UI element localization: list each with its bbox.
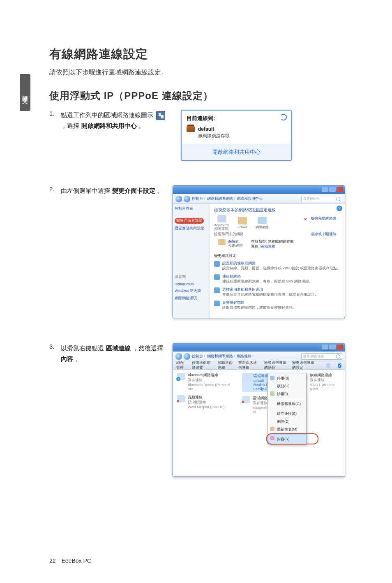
- side-link-change-adapter[interactable]: 變更介面卡設定: [175, 218, 204, 224]
- help-icon[interactable]: ?: [337, 206, 342, 211]
- step2-text-c: 。: [157, 187, 163, 194]
- search-input[interactable]: 搜尋控制台: [301, 196, 342, 202]
- main-heading: 檢視您基本的網路資訊並設定連線: [214, 207, 341, 213]
- search-icon: [336, 354, 340, 359]
- network-tray-icon: [156, 111, 165, 120]
- step-number: 3.: [49, 343, 59, 350]
- step1-text-c: 。: [138, 122, 145, 129]
- crumb-1[interactable]: 控制台: [192, 197, 203, 201]
- window-titlebar: [173, 186, 345, 194]
- disable-device-btn[interactable]: 停用這個網路裝置: [192, 361, 212, 370]
- breadcrumb[interactable]: 控制台› 網路和網際網路› 網路和共用中心: [192, 196, 263, 201]
- ctx-delete[interactable]: 刪除(D): [268, 418, 306, 426]
- diagnose-btn[interactable]: 診斷這個連線: [218, 361, 233, 370]
- adapter-icon: [243, 374, 251, 381]
- ctx-status[interactable]: 狀態(U): [268, 382, 306, 390]
- network-icon: [187, 126, 195, 132]
- step-3: 3. 以滑鼠右鍵點選 區域連線 ，然後選擇 內容 。: [49, 343, 362, 477]
- connection-bluetooth[interactable]: Bluetooth 網路連線沒有連線Bluetooth Device (Pers…: [177, 373, 234, 391]
- minimize-button[interactable]: [322, 345, 328, 349]
- organize-menu[interactable]: 組合管理: [176, 361, 186, 370]
- ctx-bridge[interactable]: 橋接器連線(G): [268, 399, 306, 408]
- ctx-rename[interactable]: 重新命名(M): [268, 426, 306, 433]
- side-link-homegroup[interactable]: HomeGroup: [175, 282, 208, 286]
- section-title: 使用浮動式 IP（PPPoE 連線設定）: [49, 89, 362, 102]
- close-button[interactable]: [337, 187, 343, 192]
- page-number: 22: [49, 558, 56, 564]
- step3-bold-2: 內容: [61, 355, 73, 362]
- network-icon: [218, 239, 226, 245]
- pc-icon: [217, 215, 226, 222]
- ctx-disable[interactable]: 停用(B): [268, 375, 306, 382]
- side-link-home[interactable]: 控制台首頁: [175, 206, 208, 211]
- crumb-3[interactable]: 網路連線: [237, 354, 251, 358]
- search-input[interactable]: 搜尋 網路連線: [301, 353, 342, 360]
- rename-btn[interactable]: 重新命名這個連線: [238, 361, 258, 370]
- crumb-1[interactable]: 控制台: [192, 354, 203, 358]
- side-link-change-sharing[interactable]: 變更進階共用設定: [175, 226, 208, 231]
- conn-name: 無線網路連線: [310, 373, 341, 378]
- back-button[interactable]: [175, 196, 182, 202]
- conn-name: Bluetooth 網路連線: [188, 373, 234, 378]
- open-network-center-link[interactable]: 開啟網路和共用中心: [212, 149, 261, 155]
- step3-text-a: 以滑鼠右鍵點選: [61, 345, 106, 352]
- step-number: 2.: [49, 185, 59, 192]
- back-button[interactable]: [175, 353, 182, 360]
- ctx-properties[interactable]: 內容(R): [268, 434, 306, 443]
- crumb-2[interactable]: 網路和網際網路: [207, 197, 233, 201]
- forward-button[interactable]: [184, 196, 190, 202]
- active-networks-title: 檢視作用中的網路: [214, 232, 244, 236]
- window-sidebar: 控制台首頁 變更介面卡設定 變更進階共用設定 請參閱 HomeGroup Win…: [173, 204, 210, 318]
- connection-broadband[interactable]: 寬頻連線已中斷連線WAN Miniport (PPPOE): [177, 395, 234, 409]
- active-net-name[interactable]: default: [228, 239, 243, 243]
- step-1: 1. 點選工作列中的區域網路連線圖示 ，選擇 開啟網路和共用中心 。 目前連線到…: [49, 110, 362, 161]
- wizard-icon: [214, 261, 220, 267]
- disable-icon: [270, 376, 274, 380]
- change-settings-btn[interactable]: 變更這個連線的設定: [292, 361, 315, 370]
- popup-title: 目前連線到:: [187, 115, 215, 121]
- connections-value[interactable]: 區域連線: [261, 244, 275, 248]
- help-icon[interactable]: ?: [338, 363, 341, 368]
- maximize-button[interactable]: [329, 187, 336, 192]
- close-button[interactable]: [337, 345, 343, 349]
- network-connections-window: 控制台› 網路和網際網路› 網路連線› 搜尋 網路連線 組合管理 停用這個網路裝…: [173, 343, 345, 477]
- view-icon[interactable]: [326, 363, 330, 368]
- side-language-tab: 繁體中文: [20, 74, 30, 111]
- side-link-internet-options[interactable]: 網際網路選項: [175, 296, 208, 301]
- popup-access-text: 無網際網路存取: [198, 133, 286, 139]
- change-settings-title: 變更網路設定: [214, 253, 341, 259]
- globe-icon: [258, 217, 267, 224]
- search-placeholder: 搜尋 網路連線: [303, 354, 324, 359]
- full-map-link[interactable]: 檢視完整網路圖: [311, 216, 337, 221]
- pc-name: ASUS-PC: [214, 223, 229, 227]
- refresh-icon[interactable]: [280, 114, 287, 120]
- connect-to-network[interactable]: 連線到網路連線或重新連線到無線、有線、撥號或 VPN 網路連線。: [214, 274, 341, 284]
- search-icon: [336, 197, 340, 201]
- entry-title: 選擇家用群組和共用選項: [222, 287, 318, 292]
- step3-text-c: 。: [75, 355, 81, 362]
- ctx-diagnose[interactable]: 診斷(I): [268, 390, 306, 398]
- popup-body: default 無網際網路存取: [182, 124, 291, 144]
- crumb-2[interactable]: 網路和網際網路: [207, 354, 233, 358]
- minimize-button[interactable]: [322, 187, 328, 192]
- setup-new-connection[interactable]: 設定新的連線或網路設定無線、寬頻、撥號、臨機操作或 VPN 連線; 或設定路由器…: [214, 261, 341, 271]
- step2-bold: 變更介面卡設定: [112, 187, 155, 194]
- net-name: default: [238, 225, 247, 229]
- window-titlebar: [173, 343, 345, 352]
- breadcrumb[interactable]: 控制台› 網路和網際網路› 網路連線›: [192, 354, 254, 359]
- crumb-3[interactable]: 網路和共用中心: [237, 197, 263, 201]
- network-map: ASUS-PC (這部電腦) default ✕ 網際網路 檢視完整網路圖: [214, 216, 341, 229]
- maximize-button[interactable]: [329, 345, 336, 349]
- ctx-shortcut[interactable]: 建立捷徑(S): [268, 409, 306, 418]
- view-status-btn[interactable]: 檢視這個連線的狀態: [264, 361, 287, 370]
- entry-desc: 設定無線、寬頻、撥號、臨機操作或 VPN 連線; 或設定路由器或存取點。: [222, 266, 341, 271]
- connect-disconnect-link[interactable]: 連線或中斷連線: [311, 232, 337, 237]
- troubleshoot[interactable]: 疑難排解問題診斷與修復網路問題，或取得疑難排解資訊。: [214, 301, 341, 310]
- adapter-icon: [242, 396, 250, 403]
- side-link-firewall[interactable]: Windows 防火牆: [175, 289, 208, 294]
- entry-desc: 連線或重新連線到無線、有線、撥號或 VPN 網路連線。: [222, 279, 313, 284]
- step-number: 1.: [49, 110, 59, 117]
- homegroup-options[interactable]: 選擇家用群組和共用選項存取位於其他網路電腦的檔案和印表機，或變更共用設定。: [214, 287, 341, 297]
- context-menu: 停用(B) 狀態(U) 診斷(I) 橋接器連線(G) 建立捷徑(S) 刪除(D)…: [267, 373, 307, 445]
- forward-button[interactable]: [184, 353, 190, 360]
